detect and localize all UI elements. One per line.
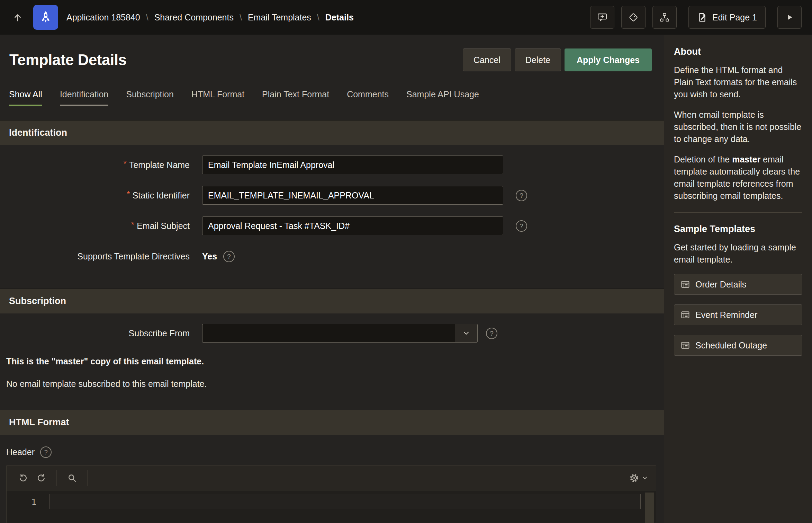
chevron-down-icon [641, 475, 648, 481]
no-subscription-note: No email template subscribed to this ema… [6, 379, 664, 389]
section-tabs: Show All Identification Subscription HTM… [0, 89, 664, 106]
subscribe-from-label-text: Subscribe From [129, 328, 190, 338]
editor-settings-button[interactable] [629, 473, 648, 483]
about-paragraph-2: When email template is subscribed, then … [674, 109, 802, 145]
app-root: Application 185840 \ Shared Components \… [0, 0, 812, 523]
form-row-email-subject: *Email Subject ? [0, 216, 664, 235]
report-table-icon [680, 280, 690, 289]
chevron-down-icon [462, 329, 470, 337]
section-header-html-format: HTML Format [0, 410, 664, 435]
header-help-icon[interactable]: ? [40, 446, 52, 458]
toolbar-separator [87, 470, 88, 486]
sample-event-reminder-button[interactable]: Event Reminder [674, 304, 802, 325]
tab-plain-text-format[interactable]: Plain Text Format [262, 89, 329, 106]
static-identifier-label-text: Static Identifier [133, 190, 190, 200]
template-name-label: *Template Name [0, 160, 190, 170]
supports-directives-label-text: Supports Template Directives [77, 251, 190, 261]
breadcrumb-separator: \ [240, 12, 242, 23]
tab-identification[interactable]: Identification [60, 89, 108, 106]
breadcrumb-application[interactable]: Application 185840 [66, 12, 140, 23]
sample-button-label: Scheduled Outage [695, 340, 767, 351]
section-title: HTML Format [9, 417, 69, 428]
edit-page-button[interactable]: Edit Page 1 [688, 6, 766, 29]
hierarchy-icon [659, 12, 670, 23]
section-title: Identification [9, 127, 67, 138]
editor-scrollbar-thumb[interactable] [645, 493, 654, 523]
tab-comments[interactable]: Comments [347, 89, 389, 106]
delete-button[interactable]: Delete [515, 48, 561, 71]
subscribe-from-help-icon[interactable]: ? [486, 328, 497, 339]
email-subject-help-icon[interactable]: ? [516, 220, 527, 232]
required-marker: * [131, 220, 134, 229]
line-number: 1 [31, 497, 36, 507]
static-identifier-input[interactable] [202, 186, 503, 205]
header-field-label-row: Header ? [6, 445, 664, 459]
undo-button[interactable] [14, 469, 32, 487]
static-identifier-help-icon[interactable]: ? [516, 190, 527, 201]
scroll-top-button[interactable] [10, 9, 26, 25]
apply-changes-button[interactable]: Apply Changes [565, 48, 652, 71]
breadcrumb-email-templates[interactable]: Email Templates [248, 12, 311, 23]
tab-subscription[interactable]: Subscription [126, 89, 174, 106]
subscribe-from-input[interactable] [202, 324, 455, 343]
find-button[interactable] [63, 469, 81, 487]
section-title: Subscription [9, 296, 66, 307]
gear-icon [629, 473, 639, 483]
breadcrumb-shared-components[interactable]: Shared Components [154, 12, 234, 23]
redo-icon [36, 473, 46, 483]
shortcuts-button[interactable] [621, 6, 646, 29]
subscription-form: Subscribe From ? This is the "master" c [0, 313, 664, 396]
rocket-icon [38, 10, 53, 25]
application-icon[interactable] [33, 5, 58, 30]
form-row-template-name: *Template Name [0, 156, 664, 174]
required-marker: * [127, 189, 130, 199]
editor-current-line[interactable] [49, 494, 641, 509]
feedback-button[interactable] [590, 6, 614, 29]
report-table-icon [680, 340, 690, 350]
toolbar-separator [56, 470, 57, 486]
email-subject-input[interactable] [202, 216, 503, 235]
page-edit-icon [697, 12, 707, 23]
master-bold-word: master [732, 154, 760, 164]
cancel-button[interactable]: Cancel [463, 48, 511, 71]
sample-order-details-button[interactable]: Order Details [674, 274, 802, 295]
breadcrumb-separator: \ [146, 12, 148, 23]
tag-icon [628, 12, 639, 23]
run-page-button[interactable] [777, 6, 802, 29]
search-icon [67, 473, 77, 483]
subscribe-from-dropdown-button[interactable] [455, 324, 478, 343]
sample-button-label: Order Details [695, 280, 746, 290]
topbar: Application 185840 \ Shared Components \… [0, 0, 812, 35]
sample-scheduled-outage-button[interactable]: Scheduled Outage [674, 335, 802, 356]
tab-html-format[interactable]: HTML Format [191, 89, 244, 106]
template-name-input[interactable] [202, 156, 503, 174]
page-title: Template Details [9, 51, 463, 69]
section-header-identification: Identification [0, 120, 664, 145]
breadcrumb-separator: \ [317, 12, 319, 23]
editor-scrollbar[interactable] [645, 493, 654, 521]
play-icon [784, 12, 795, 23]
static-identifier-label: *Static Identifier [0, 190, 190, 201]
supports-directives-label: Supports Template Directives [0, 251, 190, 262]
identification-form: *Template Name *Static Identifier ? *Ema… [0, 145, 664, 275]
subscribe-from-combobox [202, 324, 478, 343]
main-area: Template Details Cancel Delete Apply Cha… [0, 35, 812, 523]
master-copy-note: This is the "master" copy of this email … [6, 356, 664, 366]
sample-templates-intro: Get started by loading a sample email te… [674, 241, 802, 266]
tab-show-all[interactable]: Show All [9, 89, 42, 106]
about-paragraph-3: Deletion of the master email template au… [674, 153, 802, 202]
sidebar-divider [674, 212, 802, 213]
content-column: Template Details Cancel Delete Apply Cha… [0, 35, 664, 523]
about-title: About [674, 46, 802, 57]
required-marker: * [124, 159, 127, 168]
subscribe-from-label: Subscribe From [0, 328, 190, 338]
code-editor-body[interactable]: 1 [7, 490, 656, 523]
template-name-label-text: Template Name [129, 160, 190, 170]
tab-sample-api-usage[interactable]: Sample API Usage [406, 89, 479, 106]
edit-page-label: Edit Page 1 [712, 12, 757, 23]
shared-components-nav-button[interactable] [652, 6, 677, 29]
email-subject-label: *Email Subject [0, 221, 190, 231]
redo-button[interactable] [32, 469, 50, 487]
supports-directives-help-icon[interactable]: ? [223, 251, 235, 262]
arrow-up-icon [12, 12, 23, 23]
